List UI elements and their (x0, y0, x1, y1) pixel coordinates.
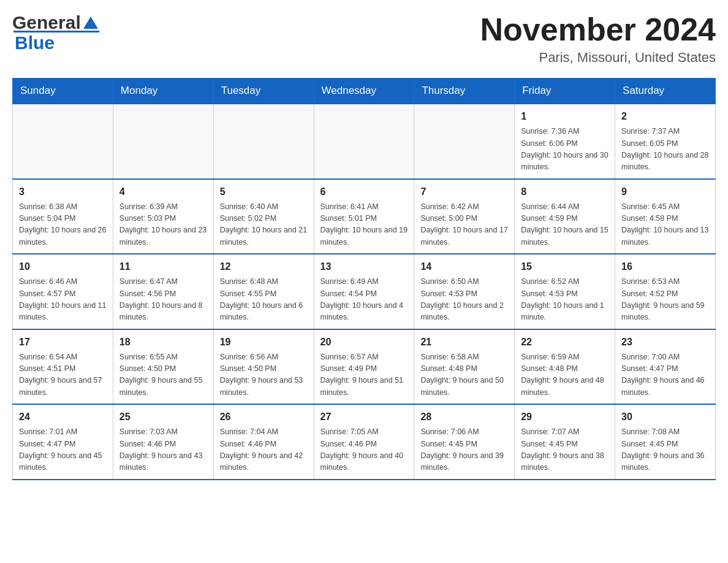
day-number: 14 (420, 259, 508, 274)
weekday-header-thursday: Thursday (414, 79, 515, 104)
day-number: 8 (521, 185, 609, 199)
day-info: Sunrise: 6:52 AMSunset: 4:53 PMDaylight:… (521, 276, 609, 324)
calendar-cell (414, 104, 515, 179)
calendar-cell (213, 104, 314, 179)
day-info: Sunrise: 6:55 AMSunset: 4:50 PMDaylight:… (119, 351, 207, 399)
day-info: Sunrise: 6:57 AMSunset: 4:49 PMDaylight:… (320, 351, 408, 399)
calendar-cell: 7Sunrise: 6:42 AMSunset: 5:00 PMDaylight… (414, 179, 515, 255)
day-number: 4 (119, 185, 207, 199)
calendar-table: SundayMondayTuesdayWednesdayThursdayFrid… (12, 78, 716, 480)
weekday-header-tuesday: Tuesday (213, 79, 314, 104)
calendar-cell: 20Sunrise: 6:57 AMSunset: 4:49 PMDayligh… (314, 329, 414, 405)
weekday-header-monday: Monday (113, 79, 213, 104)
calendar-cell: 6Sunrise: 6:41 AMSunset: 5:01 PMDaylight… (314, 179, 414, 255)
calendar-cell: 27Sunrise: 7:05 AMSunset: 4:46 PMDayligh… (314, 404, 414, 480)
calendar-cell: 22Sunrise: 6:59 AMSunset: 4:48 PMDayligh… (515, 329, 615, 405)
logo: General Blue (12, 12, 99, 53)
weekday-header-saturday: Saturday (615, 79, 716, 104)
day-info: Sunrise: 7:05 AMSunset: 4:46 PMDaylight:… (320, 426, 408, 474)
page-header: General Blue November 2024 Paris, Missou… (12, 12, 716, 66)
calendar-cell: 23Sunrise: 7:00 AMSunset: 4:47 PMDayligh… (615, 329, 716, 405)
day-number: 19 (220, 335, 308, 350)
logo-blue: Blue (13, 33, 55, 53)
calendar-cell: 12Sunrise: 6:48 AMSunset: 4:55 PMDayligh… (213, 254, 314, 329)
day-number: 7 (420, 185, 508, 199)
day-number: 13 (320, 259, 408, 274)
day-info: Sunrise: 6:56 AMSunset: 4:50 PMDaylight:… (220, 351, 308, 399)
svg-marker-0 (83, 17, 98, 29)
calendar-cell: 2Sunrise: 7:37 AMSunset: 6:05 PMDaylight… (615, 104, 716, 179)
day-info: Sunrise: 7:00 AMSunset: 4:47 PMDaylight:… (621, 351, 709, 399)
day-number: 17 (19, 335, 107, 350)
day-number: 24 (19, 410, 107, 424)
calendar-cell: 10Sunrise: 6:46 AMSunset: 4:57 PMDayligh… (13, 254, 113, 329)
calendar-cell: 30Sunrise: 7:08 AMSunset: 4:45 PMDayligh… (615, 404, 716, 480)
calendar-cell: 18Sunrise: 6:55 AMSunset: 4:50 PMDayligh… (113, 329, 213, 405)
day-number: 5 (220, 185, 308, 199)
calendar-cell: 3Sunrise: 6:38 AMSunset: 5:04 PMDaylight… (13, 179, 113, 255)
calendar-cell: 28Sunrise: 7:06 AMSunset: 4:45 PMDayligh… (414, 404, 515, 480)
day-number: 30 (621, 410, 709, 424)
calendar-cell: 14Sunrise: 6:50 AMSunset: 4:53 PMDayligh… (414, 254, 515, 329)
day-number: 29 (521, 410, 609, 424)
day-info: Sunrise: 6:42 AMSunset: 5:00 PMDaylight:… (420, 201, 508, 249)
calendar-cell: 1Sunrise: 7:36 AMSunset: 6:06 PMDaylight… (515, 104, 615, 179)
title-section: November 2024 Paris, Missouri, United St… (480, 12, 716, 66)
day-number: 26 (220, 410, 308, 424)
calendar-cell: 29Sunrise: 7:07 AMSunset: 4:45 PMDayligh… (515, 404, 615, 480)
day-info: Sunrise: 6:40 AMSunset: 5:02 PMDaylight:… (220, 201, 308, 249)
week-row-2: 3Sunrise: 6:38 AMSunset: 5:04 PMDaylight… (13, 179, 716, 255)
calendar-cell: 17Sunrise: 6:54 AMSunset: 4:51 PMDayligh… (13, 329, 113, 405)
day-info: Sunrise: 6:48 AMSunset: 4:55 PMDaylight:… (220, 276, 308, 324)
day-info: Sunrise: 6:45 AMSunset: 4:58 PMDaylight:… (621, 201, 709, 249)
day-info: Sunrise: 6:49 AMSunset: 4:54 PMDaylight:… (320, 276, 408, 324)
calendar-cell (314, 104, 414, 179)
calendar-cell: 8Sunrise: 6:44 AMSunset: 4:59 PMDaylight… (515, 179, 615, 255)
day-info: Sunrise: 7:03 AMSunset: 4:46 PMDaylight:… (119, 426, 207, 474)
day-info: Sunrise: 6:54 AMSunset: 4:51 PMDaylight:… (19, 351, 107, 399)
day-info: Sunrise: 7:07 AMSunset: 4:45 PMDaylight:… (521, 426, 609, 474)
calendar-cell: 26Sunrise: 7:04 AMSunset: 4:46 PMDayligh… (213, 404, 314, 480)
day-number: 10 (19, 259, 107, 274)
calendar-cell: 19Sunrise: 6:56 AMSunset: 4:50 PMDayligh… (213, 329, 314, 405)
day-number: 9 (621, 185, 709, 199)
day-number: 3 (19, 185, 107, 199)
day-info: Sunrise: 6:41 AMSunset: 5:01 PMDaylight:… (320, 201, 408, 249)
calendar-cell: 25Sunrise: 7:03 AMSunset: 4:46 PMDayligh… (113, 404, 213, 480)
calendar-cell: 11Sunrise: 6:47 AMSunset: 4:56 PMDayligh… (113, 254, 213, 329)
day-info: Sunrise: 6:44 AMSunset: 4:59 PMDaylight:… (521, 201, 609, 249)
day-number: 25 (119, 410, 207, 424)
day-info: Sunrise: 6:58 AMSunset: 4:48 PMDaylight:… (420, 351, 508, 399)
week-row-4: 17Sunrise: 6:54 AMSunset: 4:51 PMDayligh… (13, 329, 716, 405)
day-info: Sunrise: 7:36 AMSunset: 6:06 PMDaylight:… (521, 126, 609, 174)
calendar-cell: 13Sunrise: 6:49 AMSunset: 4:54 PMDayligh… (314, 254, 414, 329)
day-number: 2 (621, 109, 709, 124)
calendar-cell: 9Sunrise: 6:45 AMSunset: 4:58 PMDaylight… (615, 179, 716, 255)
day-info: Sunrise: 6:46 AMSunset: 4:57 PMDaylight:… (19, 276, 107, 324)
calendar-cell: 4Sunrise: 6:39 AMSunset: 5:03 PMDaylight… (113, 179, 213, 255)
day-info: Sunrise: 6:39 AMSunset: 5:03 PMDaylight:… (119, 201, 207, 249)
weekday-header-row: SundayMondayTuesdayWednesdayThursdayFrid… (13, 79, 716, 104)
day-number: 12 (220, 259, 308, 274)
day-number: 21 (420, 335, 508, 350)
calendar-cell: 24Sunrise: 7:01 AMSunset: 4:47 PMDayligh… (13, 404, 113, 480)
calendar-cell: 16Sunrise: 6:53 AMSunset: 4:52 PMDayligh… (615, 254, 716, 329)
day-number: 28 (420, 410, 508, 424)
day-number: 22 (521, 335, 609, 350)
calendar-cell (113, 104, 213, 179)
week-row-1: 1Sunrise: 7:36 AMSunset: 6:06 PMDaylight… (13, 104, 716, 179)
day-number: 1 (521, 109, 609, 124)
week-row-5: 24Sunrise: 7:01 AMSunset: 4:47 PMDayligh… (13, 404, 716, 480)
weekday-header-sunday: Sunday (13, 79, 113, 104)
day-info: Sunrise: 6:53 AMSunset: 4:52 PMDaylight:… (621, 276, 709, 324)
day-info: Sunrise: 7:08 AMSunset: 4:45 PMDaylight:… (621, 426, 709, 474)
day-info: Sunrise: 6:50 AMSunset: 4:53 PMDaylight:… (420, 276, 508, 324)
calendar-cell: 15Sunrise: 6:52 AMSunset: 4:53 PMDayligh… (515, 254, 615, 329)
logo-general: General (12, 12, 81, 33)
logo-triangle-icon (82, 14, 99, 31)
day-info: Sunrise: 7:04 AMSunset: 4:46 PMDaylight:… (220, 426, 308, 474)
day-number: 20 (320, 335, 408, 350)
day-number: 6 (320, 185, 408, 199)
weekday-header-friday: Friday (515, 79, 615, 104)
day-number: 11 (119, 259, 207, 274)
